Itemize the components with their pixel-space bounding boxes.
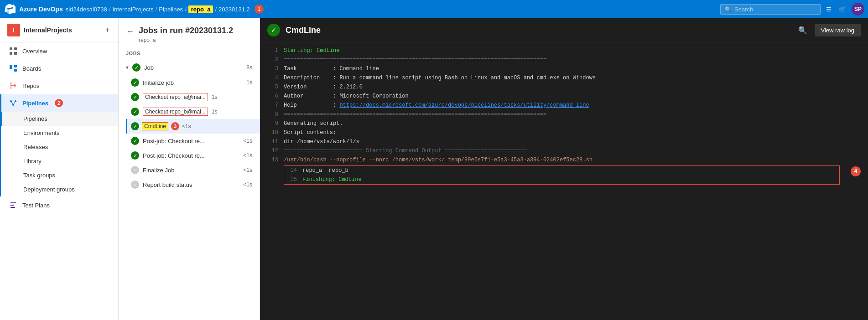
job-name: Job: [144, 64, 243, 71]
avatar[interactable]: SP: [852, 3, 864, 15]
log-line-text: ========================================…: [284, 110, 546, 119]
environments-label: Environments: [23, 129, 59, 136]
line-number: 14: [286, 166, 297, 175]
log-content[interactable]: 1 Starting: CmdLine 2 ==================…: [260, 42, 868, 320]
sidebar-item-testplans[interactable]: Test Plans: [0, 196, 118, 214]
step-init-icon: ✓: [131, 78, 139, 87]
log-panel: ✓ CmdLine 🔍 View raw log 1 Starting: Cmd…: [260, 18, 868, 320]
log-line: 9 Generating script.: [260, 119, 868, 128]
breadcrumb-pipelines[interactable]: Pipelines: [159, 6, 183, 13]
svg-line-11: [13, 101, 16, 105]
line-number: 6: [267, 92, 278, 100]
log-line-text: Starting: CmdLine: [284, 46, 339, 55]
annotation-badge-2: 2: [55, 99, 63, 107]
taskgroups-label: Task groups: [23, 172, 55, 179]
menu-icon[interactable]: ☰: [824, 4, 833, 15]
sidebar-header: I InternalProjects +: [0, 18, 118, 42]
sidebar-sub-item-environments[interactable]: Environments: [1, 126, 118, 140]
log-task-name: CmdLine: [286, 26, 791, 35]
step-postjob1[interactable]: ✓ Post-job: Checkout re... <1s: [126, 134, 260, 148]
pipelines-icon: [9, 98, 18, 108]
cart-icon[interactable]: 🛒: [837, 4, 848, 15]
line-number: 12: [267, 147, 278, 155]
back-button[interactable]: ←: [126, 26, 135, 36]
breadcrumb-repo[interactable]: repo_a: [188, 5, 213, 13]
job-duration: 8s: [246, 64, 252, 71]
sidebar-item-overview[interactable]: Overview: [0, 42, 118, 60]
search-box[interactable]: 🔍: [720, 4, 821, 15]
svg-rect-0: [10, 47, 12, 50]
step-postjob1-duration: <1s: [243, 138, 252, 144]
log-line-text: Description : Run a command line script …: [284, 74, 596, 82]
search-input[interactable]: [734, 6, 816, 13]
step-checkout1-duration: 1s: [212, 94, 218, 100]
view-raw-log-button[interactable]: View raw log: [815, 24, 861, 36]
releases-label: Releases: [23, 144, 48, 150]
sidebar-sub-item-pipelines[interactable]: Pipelines: [1, 112, 118, 126]
log-header: ✓ CmdLine 🔍 View raw log: [260, 18, 868, 42]
log-line: 15 Finishing: CmdLine: [284, 175, 839, 184]
repos-label: Repos: [22, 83, 40, 89]
line-number: 5: [267, 83, 278, 91]
step-checkout1[interactable]: ✓ Checkout repo_a@mai... 1s: [126, 90, 260, 104]
log-line: 6 Author : Microsoft Corporation: [260, 92, 868, 101]
help-link[interactable]: https://docs.microsoft.com/azure/devops/…: [339, 102, 589, 108]
chevron-down-icon: ▾: [126, 64, 129, 71]
annotation-badge-1: 1: [255, 5, 264, 14]
log-line: 12 ======================== Starting Com…: [260, 146, 868, 155]
overview-icon: [9, 46, 18, 56]
log-line: 5 Version : 2.212.0: [260, 83, 868, 92]
svg-rect-5: [14, 65, 17, 67]
step-init[interactable]: ✓ Initialize job 1s: [126, 75, 260, 90]
job-group: ▾ ✓ Job 8s ✓ Initialize job 1s ✓ Checkou…: [119, 60, 260, 192]
step-reportstatus-duration: <1s: [243, 181, 252, 188]
step-checkout2-icon: ✓: [131, 108, 139, 116]
sidebar-item-repos[interactable]: Repos: [0, 77, 118, 94]
step-reportstatus-name: Report build status: [143, 181, 239, 188]
step-checkout2-name: Checkout repo_b@mai...: [143, 108, 208, 116]
testplans-icon: [9, 201, 18, 210]
sidebar: I InternalProjects + Overview Boards Rep…: [0, 18, 119, 320]
sidebar-item-boards[interactable]: Boards: [0, 60, 118, 77]
add-project-button[interactable]: +: [104, 25, 111, 36]
breadcrumb-project[interactable]: InternalProjects: [112, 6, 153, 13]
line-number: 4: [267, 74, 278, 82]
sidebar-item-pipelines[interactable]: Pipelines 2: [0, 94, 118, 112]
step-postjob1-name: Post-job: Checkout re...: [143, 138, 239, 145]
pipelines-sub-label: Pipelines: [23, 115, 47, 122]
step-cmdline-icon: ✓: [131, 122, 139, 130]
step-postjob2[interactable]: ✓ Post-job: Checkout re... <1s: [126, 148, 260, 163]
step-cmdline-duration: <1s: [182, 123, 191, 129]
step-cmdline[interactable]: ✓ CmdLine 3 <1s: [126, 119, 260, 134]
step-init-name: Initialize job: [143, 79, 243, 86]
sidebar-sub-item-deploymentgroups[interactable]: Deployment groups: [1, 182, 118, 196]
log-line-text: Version : 2.212.0: [284, 83, 363, 91]
log-line: 11 dir /home/vsts/work/1/s: [260, 137, 868, 146]
step-finalize[interactable]: ○ Finalize Job <1s: [126, 163, 260, 177]
log-search-button[interactable]: 🔍: [796, 24, 809, 36]
log-line: 7 Help : https://docs.microsoft.com/azur…: [260, 101, 868, 110]
sidebar-sub-item-taskgroups[interactable]: Task groups: [1, 168, 118, 182]
log-line-text: Task : Command line: [284, 65, 379, 73]
log-line: 13 /usr/bin/bash --noprofile --norc /hom…: [260, 155, 868, 165]
line-number: 10: [267, 129, 278, 137]
step-checkout1-name: Checkout repo_a@mai...: [143, 93, 208, 101]
step-reportstatus[interactable]: ○ Report build status <1s: [126, 177, 260, 192]
log-line: 10 Script contents:: [260, 128, 868, 137]
step-checkout2-duration: 1s: [212, 108, 218, 115]
breadcrumb-org[interactable]: sid24desai0738: [66, 6, 107, 13]
log-line: 1 Starting: CmdLine: [260, 46, 868, 55]
step-reportstatus-icon: ○: [131, 181, 139, 189]
step-checkout2[interactable]: ✓ Checkout repo_b@mai... 1s: [126, 104, 260, 119]
step-checkout1-icon: ✓: [131, 93, 139, 101]
job-group-header[interactable]: ▾ ✓ Job 8s: [119, 60, 260, 75]
sidebar-sub-item-releases[interactable]: Releases: [1, 140, 118, 154]
log-line: 4 Description : Run a command line scrip…: [260, 73, 868, 83]
boards-icon: [9, 64, 18, 73]
log-line-text: repo_a repo_b: [302, 166, 348, 175]
step-finalize-duration: <1s: [243, 167, 252, 173]
middle-panel: ← Jobs in run #20230131.2 repo_a Jobs ▾ …: [119, 18, 260, 320]
sidebar-sub-item-library[interactable]: Library: [1, 154, 118, 168]
azure-devops-logo[interactable]: [4, 3, 16, 15]
top-bar-right: 🔍 ☰ 🛒 SP: [720, 3, 864, 15]
